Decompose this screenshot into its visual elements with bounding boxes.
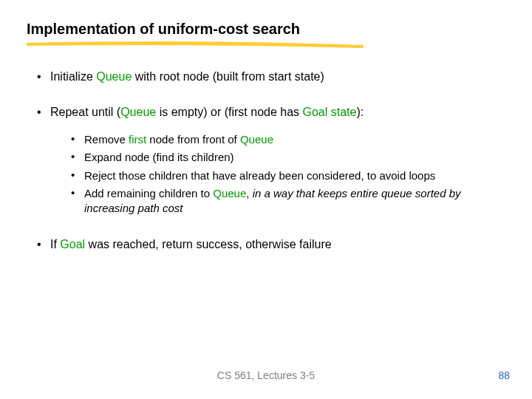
- bullet-text: Initialize Queue with root node (built f…: [50, 70, 505, 83]
- bullet-dot-icon: •: [37, 106, 50, 119]
- bullet-goal: • If Goal was reached, return success, o…: [27, 238, 505, 251]
- keyword-queue: Queue: [213, 187, 246, 200]
- bullet-text: If Goal was reached, return success, oth…: [50, 238, 505, 251]
- bullet-text: Repeat until (Queue is empty) or (first …: [50, 106, 505, 119]
- bullet-initialize: • Initialize Queue with root node (built…: [27, 70, 505, 83]
- subbullet-remove: • Remove first node from front of Queue: [71, 132, 505, 147]
- subbullet-text: Expand node (find its children): [84, 150, 505, 165]
- subbullet-expand: • Expand node (find its children): [71, 150, 505, 165]
- nested-list: • Remove first node from front of Queue …: [71, 132, 505, 216]
- subbullet-add: • Add remaining children to Queue, in a …: [71, 186, 505, 216]
- keyword-queue: Queue: [240, 133, 273, 146]
- keyword-goal: Goal: [60, 238, 85, 250]
- bullet-dot-icon: •: [71, 168, 84, 181]
- subbullet-text: Remove first node from front of Queue: [84, 132, 505, 147]
- title-underline-swoosh: [27, 41, 505, 51]
- keyword-goal-state: Goal state: [303, 106, 357, 118]
- bullet-dot-icon: •: [37, 70, 50, 83]
- subbullet-text: Add remaining children to Queue, in a wa…: [84, 186, 505, 216]
- keyword-queue: Queue: [96, 70, 132, 83]
- keyword-first: first: [129, 133, 146, 146]
- footer-text: CS 561, Lectures 3-5: [0, 369, 532, 381]
- bullet-dot-icon: •: [37, 238, 50, 251]
- slide-title: Implementation of uniform-cost search: [27, 21, 505, 38]
- bullet-dot-icon: •: [71, 150, 84, 163]
- subbullet-reject: • Reject those children that have alread…: [71, 168, 505, 183]
- subbullet-text: Reject those children that have already …: [84, 168, 505, 183]
- slide: Implementation of uniform-cost search • …: [0, 0, 532, 399]
- page-number: 88: [498, 369, 510, 381]
- bullet-dot-icon: •: [71, 186, 84, 199]
- bullet-repeat: • Repeat until (Queue is empty) or (firs…: [27, 106, 505, 119]
- bullet-dot-icon: •: [71, 132, 84, 145]
- keyword-queue: Queue: [120, 106, 156, 118]
